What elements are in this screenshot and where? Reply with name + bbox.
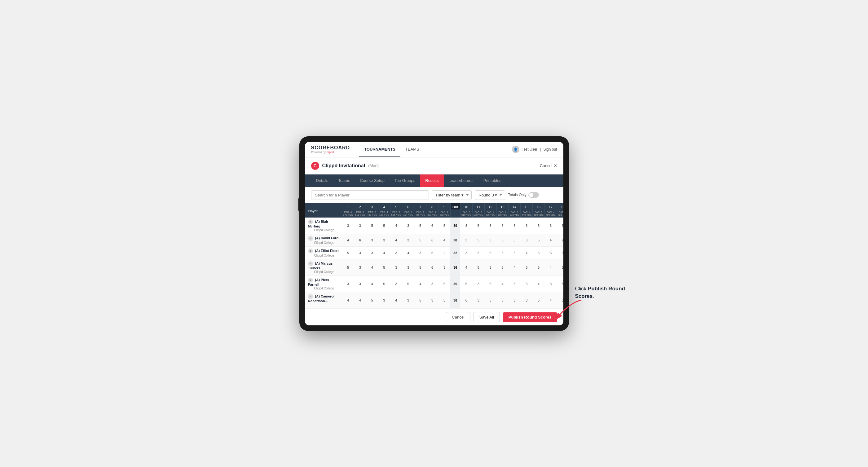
score-h11[interactable]: 5 (472, 259, 484, 276)
score-h16[interactable]: 5 (533, 292, 545, 308)
score-h10[interactable]: 3 (460, 246, 472, 259)
score-h9[interactable]: 5 (438, 292, 451, 308)
score-h2[interactable]: 3 (354, 246, 366, 259)
score-h17[interactable]: 3 (545, 218, 557, 234)
score-h16[interactable]: 5 (533, 259, 545, 276)
score-h16[interactable]: 4 (533, 276, 545, 292)
score-h11[interactable]: 3 (472, 246, 484, 259)
score-h8[interactable]: 6 (426, 218, 438, 234)
score-h5[interactable]: 3 (390, 259, 402, 276)
score-h3[interactable]: 3 (366, 234, 378, 246)
score-h3[interactable]: 5 (366, 292, 378, 308)
nav-tournaments[interactable]: TOURNAMENTS (359, 142, 400, 157)
tab-teams[interactable]: Teams (333, 175, 355, 187)
score-h7[interactable]: 4 (414, 276, 426, 292)
score-h6[interactable]: 4 (402, 246, 414, 259)
score-h11[interactable]: 3 (472, 292, 484, 308)
score-h6[interactable]: 3 (402, 234, 414, 246)
score-h2[interactable]: 3 (354, 276, 366, 292)
score-h10[interactable]: 5 (460, 276, 472, 292)
score-h1[interactable]: 5 (342, 246, 354, 259)
score-h14[interactable]: 3 (508, 276, 521, 292)
score-h15[interactable]: 4 (521, 246, 533, 259)
score-h15[interactable]: 3 (521, 259, 533, 276)
score-h11[interactable]: 5 (472, 218, 484, 234)
score-h5[interactable]: 4 (390, 218, 402, 234)
score-h14[interactable]: 3 (508, 292, 521, 308)
score-h16[interactable]: 6 (533, 246, 545, 259)
score-h9[interactable]: 2 (438, 246, 451, 259)
score-h6[interactable]: 3 (402, 292, 414, 308)
score-h8[interactable]: 6 (426, 259, 438, 276)
score-h18[interactable]: 3 (557, 246, 563, 259)
score-h8[interactable]: 3 (426, 292, 438, 308)
sign-out-link[interactable]: Sign out (543, 147, 557, 152)
score-h4[interactable]: 4 (378, 246, 390, 259)
score-h7[interactable]: 5 (414, 292, 426, 308)
cancel-button[interactable]: Cancel (446, 312, 470, 322)
score-h18[interactable]: 5 (557, 276, 563, 292)
score-h1[interactable]: 4 (342, 292, 354, 308)
score-h3[interactable]: 3 (366, 246, 378, 259)
score-h4[interactable]: 3 (378, 292, 390, 308)
search-input[interactable] (311, 190, 429, 200)
score-h17[interactable]: 5 (545, 246, 557, 259)
score-h14[interactable]: 3 (508, 234, 521, 246)
score-h6[interactable]: 3 (402, 218, 414, 234)
score-h5[interactable]: 4 (390, 292, 402, 308)
score-h4[interactable]: 5 (378, 218, 390, 234)
score-h13[interactable]: 5 (496, 259, 508, 276)
score-h9[interactable]: 5 (438, 218, 451, 234)
score-h18[interactable]: 9 (557, 234, 563, 246)
score-h15[interactable]: 3 (521, 292, 533, 308)
score-h4[interactable]: 5 (378, 259, 390, 276)
score-h17[interactable]: 4 (545, 234, 557, 246)
tab-details[interactable]: Details (311, 175, 334, 187)
score-h15[interactable]: 3 (521, 234, 533, 246)
score-h18[interactable]: 3 (557, 259, 563, 276)
score-h14[interactable]: 3 (508, 246, 521, 259)
score-h7[interactable]: 3 (414, 246, 426, 259)
score-h10[interactable]: 4 (460, 259, 472, 276)
score-h2[interactable]: 6 (354, 234, 366, 246)
score-h5[interactable]: 3 (390, 246, 402, 259)
score-h7[interactable]: 5 (414, 234, 426, 246)
score-h3[interactable]: 4 (366, 259, 378, 276)
score-h2[interactable]: 4 (354, 292, 366, 308)
score-h1[interactable]: 5 (342, 259, 354, 276)
score-h15[interactable]: 5 (521, 276, 533, 292)
score-h13[interactable]: 3 (496, 292, 508, 308)
score-h12[interactable]: 5 (484, 246, 496, 259)
score-h14[interactable]: 3 (508, 218, 521, 234)
score-h8[interactable]: 6 (426, 234, 438, 246)
score-h10[interactable]: 3 (460, 234, 472, 246)
score-h13[interactable]: 3 (496, 246, 508, 259)
score-h12[interactable]: 5 (484, 292, 496, 308)
score-h16[interactable]: 5 (533, 234, 545, 246)
score-h9[interactable]: 4 (438, 234, 451, 246)
score-h9[interactable]: 3 (438, 259, 451, 276)
score-h5[interactable]: 4 (390, 234, 402, 246)
score-h4[interactable]: 3 (378, 234, 390, 246)
round-select[interactable]: Round 3 ▾ (475, 190, 505, 200)
score-h6[interactable]: 3 (402, 259, 414, 276)
score-h12[interactable]: 3 (484, 218, 496, 234)
cancel-tournament-btn[interactable]: Cancel ✕ (540, 163, 557, 168)
score-h13[interactable]: 4 (496, 276, 508, 292)
score-h15[interactable]: 3 (521, 218, 533, 234)
tab-tee-groups[interactable]: Tee Groups (390, 175, 420, 187)
score-h17[interactable]: 3 (545, 276, 557, 292)
score-h12[interactable]: 3 (484, 234, 496, 246)
score-h18[interactable]: 3 (557, 218, 563, 234)
score-h7[interactable]: 5 (414, 259, 426, 276)
save-all-button[interactable]: Save All (473, 312, 500, 322)
score-h1[interactable]: 3 (342, 276, 354, 292)
score-h13[interactable]: 5 (496, 218, 508, 234)
tab-course-setup[interactable]: Course Setup (355, 175, 390, 187)
score-h4[interactable]: 5 (378, 276, 390, 292)
score-h14[interactable]: 4 (508, 259, 521, 276)
score-h16[interactable]: 5 (533, 218, 545, 234)
score-h7[interactable]: 5 (414, 218, 426, 234)
tab-results[interactable]: Results (420, 175, 443, 187)
score-h1[interactable]: 3 (342, 218, 354, 234)
